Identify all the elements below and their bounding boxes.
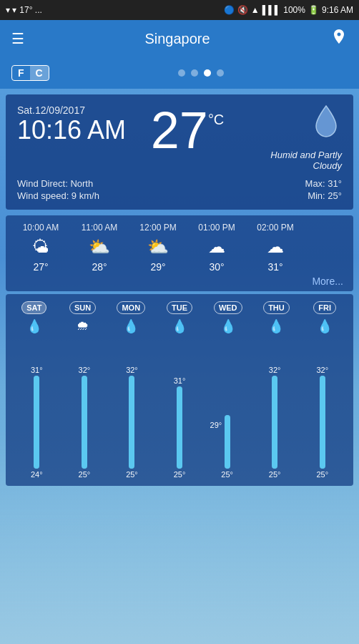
weekly-bar-col: 32° [298,340,346,469]
weekly-bar-wrapper [82,376,87,469]
battery-icon: 🔋 [308,5,319,15]
hourly-time: 02:00 PM [257,223,293,233]
weekly-bar-col: 29° [203,340,251,469]
weekly-high-temp: 32° [269,366,281,374]
day-weather-icon: 💧 [268,318,284,334]
day-label[interactable]: SUN [69,301,96,314]
weekly-low-temp: 25° [251,470,299,479]
current-time: 10:16 AM [17,116,126,145]
weekly-low-temp: 25° [298,470,346,479]
weekly-day-col: WED💧 [204,301,252,336]
wind-speed: Wind speed: 9 km/h [17,190,99,201]
temp-unit: °C [208,112,224,128]
hourly-temperature: 28° [92,261,107,273]
weekly-day-col: TUE💧 [155,301,204,336]
current-top: Sat.12/09/2017 10:16 AM 27 °C Humid and … [17,104,342,171]
weekly-forecast-card: SAT💧SUN🌧MON💧TUE💧WED💧THU💧FRI💧 31°32°32°31… [6,294,353,486]
city-title: Singapore [24,31,330,47]
hourly-item: 10:00 AM 🌤 27° [11,223,70,273]
raindrop-icon [310,104,342,140]
weekly-bar-col: 32° [61,340,109,469]
hourly-weather-icon: ☁ [267,237,284,257]
status-right: 🔵 🔇 ▲ ▌▌▌ 100% 🔋 9:16 AM [224,5,353,15]
hourly-temperature: 29° [150,261,165,273]
unit-toggle[interactable]: F C [11,65,49,81]
weekly-bar-wrapper: 29° [225,415,230,469]
weekly-high-temp: 32° [316,366,328,374]
weekly-bar-fill [225,415,230,469]
weather-condition-text: Humid and Partly Cloudy [249,150,342,171]
current-right: Humid and Partly Cloudy [249,104,342,171]
hourly-item: 12:00 PM ⛅ 29° [129,223,187,273]
weekly-bar-col: 31° [156,340,204,469]
weekly-high-temp: 32° [126,366,138,374]
weekly-day-col: FRI💧 [300,301,349,336]
status-temp: 17° ... [19,5,41,15]
weekly-high-temp: 32° [79,366,91,374]
weekly-high-temp: 31° [174,376,186,385]
max-temp: Max: 31° [305,178,342,189]
day-label[interactable]: THU [263,301,290,314]
hourly-forecast-card: 10:00 AM 🌤 27° 11:00 AM ⛅ 28° 12:00 PM ⛅… [6,215,353,291]
hourly-weather-icon: ⛅ [89,237,110,257]
weekly-bar-col: 32° [251,340,299,469]
day-weather-icon: 💧 [220,318,236,334]
day-label[interactable]: FRI [313,301,336,314]
hourly-time: 11:00 AM [82,223,118,233]
location-button[interactable] [330,28,348,49]
weekly-low-temp: 25° [108,470,156,479]
hourly-item: 02:00 PM ☁ 31° [246,223,305,273]
bluetooth-icon: 🔵 [224,5,235,15]
signal-bars-icon: ▌▌▌ [262,5,281,15]
day-label[interactable]: MON [117,301,145,314]
weekly-low-temp: 25° [61,470,109,479]
wind-info: Wind Direct: North Wind speed: 9 km/h [17,178,99,201]
max-min-temps: Max: 31° Min: 25° [305,178,342,201]
day-label[interactable]: WED [214,301,242,314]
status-left: ▾ ▾ 17° ... [6,5,42,15]
day-weather-icon: 💧 [123,318,139,334]
fahrenheit-button[interactable]: F [12,66,30,80]
hourly-item: 11:00 AM ⛅ 28° [70,223,129,273]
weekly-mid-temp: 29° [210,421,222,429]
day-weather-icon: 💧 [317,318,333,334]
clock: 9:16 AM [322,5,353,15]
hourly-weather-icon: ☁ [208,237,225,257]
hourly-time: 01:00 PM [198,223,235,233]
weekly-bar-col: 32° [108,340,156,469]
menu-button[interactable]: ☰ [11,30,24,47]
hourly-scroll[interactable]: 10:00 AM 🌤 27° 11:00 AM ⛅ 28° 12:00 PM ⛅… [6,223,353,273]
wifi-icon: ▲ [251,5,260,15]
weekly-bar-fill [320,376,325,469]
weekly-bar-wrapper [129,376,134,469]
weekly-low-row: 24°25°25°25°25°25°25° [10,470,349,479]
weekly-low-temp: 25° [203,470,251,479]
weekly-bar-wrapper [272,376,277,469]
page-dots [55,69,348,77]
location-pin-icon [330,28,348,45]
weekly-bar-fill [272,376,277,469]
weekly-bar-section: 31°32°32°31°29°32°32° [10,340,349,469]
hourly-item: 01:00 PM ☁ 30° [187,223,246,273]
day-weather-icon: 💧 [26,318,42,334]
weekly-bar-fill [129,376,134,469]
hourly-temperature: 27° [33,261,48,273]
dot-4[interactable] [217,69,224,77]
more-link[interactable]: More... [6,273,353,287]
weekly-bar-wrapper [177,386,182,469]
day-label[interactable]: TUE [167,301,192,314]
hourly-weather-icon: 🌤 [32,237,49,257]
weekly-day-col: THU💧 [252,301,301,336]
current-bottom: Wind Direct: North Wind speed: 9 km/h Ma… [17,178,342,201]
dot-3[interactable] [204,69,211,77]
weekly-day-col: SUN🌧 [59,301,107,336]
weekly-bar-col: 31° [13,340,61,469]
celsius-button[interactable]: C [30,66,49,80]
dot-1[interactable] [178,69,185,77]
day-label[interactable]: SAT [21,301,46,314]
hourly-temperature: 31° [267,261,282,273]
dot-2[interactable] [191,69,198,77]
hourly-temperature: 30° [209,261,224,273]
min-temp: Min: 25° [308,190,342,201]
current-left: Sat.12/09/2017 10:16 AM [17,104,126,145]
